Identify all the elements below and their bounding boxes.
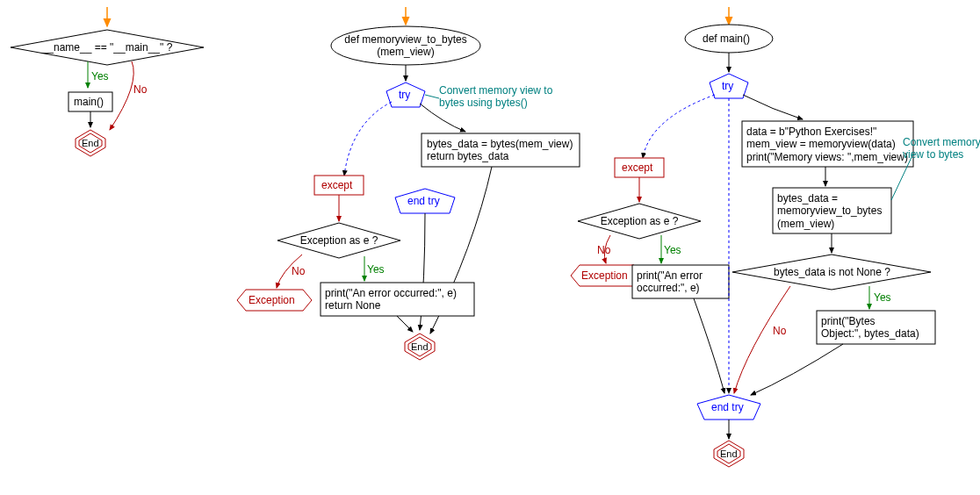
flow2-comment-convert: Convert memory view to bytes using bytes… xyxy=(439,84,552,110)
flow1-main-call: main() xyxy=(74,96,104,108)
flow1-decision: __name__ == "__main__" ? xyxy=(37,41,177,54)
flow1-yes-label: Yes xyxy=(91,70,109,82)
flow3-no2: No xyxy=(597,244,610,256)
flow3-print-err: print("An error occurred:", e) xyxy=(637,269,703,295)
flow2-funcdef: def memoryview_to_bytes (mem_view) xyxy=(344,33,467,59)
flow1-end: End xyxy=(82,138,99,149)
flow3-decision-none: bytes_data is not None ? xyxy=(768,266,896,278)
flow3-print-bytes: print("Bytes Object:", bytes_data) xyxy=(821,315,919,341)
flow1-no-label: No xyxy=(133,83,147,96)
flow3-decision-exc: Exception as e ? xyxy=(595,215,683,227)
flow2-proc-bytes: bytes_data = bytes(mem_view) return byte… xyxy=(427,138,573,163)
flow3-no: No xyxy=(773,325,786,337)
flow3-yes2: Yes xyxy=(664,244,681,256)
flow3-proc-data: data = b"Python Exercises!" mem_view = m… xyxy=(746,126,908,163)
svg-line-19 xyxy=(425,95,439,98)
flow2-try: try xyxy=(399,89,410,101)
flow2-endtry: end try xyxy=(407,195,440,207)
flow3-comment-convert: Convert memory view to bytes xyxy=(903,136,980,161)
flow3-exception-box: Exception xyxy=(581,269,628,282)
flow2-print-err: print("An error occurred:", e) return No… xyxy=(325,287,457,312)
flow3-endtry: end try xyxy=(711,401,744,413)
flow3-proc-bytes2: bytes_data = memoryview_to_bytes (mem_vi… xyxy=(777,192,882,230)
flow2-yes: Yes xyxy=(367,263,385,276)
flow3-except: except xyxy=(622,161,652,174)
flow2-decision-exc: Exception as e ? xyxy=(295,234,383,247)
flow3-funcdef: def main() xyxy=(703,32,750,45)
flow2-exception-box: Exception xyxy=(249,294,295,306)
flow2-end: End xyxy=(411,341,429,353)
flow3-try: try xyxy=(722,80,733,92)
flow3-end: End xyxy=(720,448,738,460)
flow2-except: except xyxy=(321,179,352,191)
flow3-yes: Yes xyxy=(874,291,891,304)
flow2-no: No xyxy=(292,265,305,277)
